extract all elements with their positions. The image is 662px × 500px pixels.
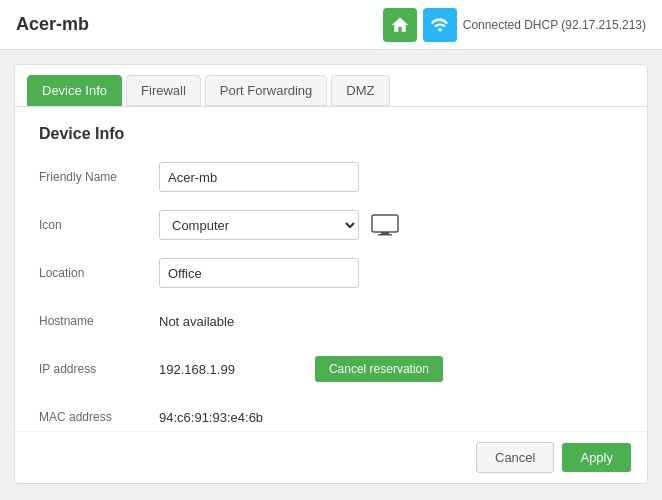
mac-row: MAC address 94:c6:91:93:e4:6b <box>39 401 623 431</box>
icon-label: Icon <box>39 218 159 232</box>
mac-value: 94:c6:91:93:e4:6b <box>159 410 263 425</box>
monitor-icon <box>371 214 399 236</box>
footer: Cancel Apply <box>15 431 647 483</box>
mac-label: MAC address <box>39 410 159 424</box>
tab-bar: Device Info Firewall Port Forwarding DMZ <box>15 65 647 107</box>
friendly-name-input[interactable] <box>159 162 359 192</box>
header: Acer-mb Connected DHCP (92.17.215.213) <box>0 0 662 50</box>
svg-rect-2 <box>378 234 392 236</box>
svg-rect-0 <box>372 215 398 232</box>
cancel-button[interactable]: Cancel <box>476 442 554 473</box>
tab-dmz[interactable]: DMZ <box>331 75 389 106</box>
wifi-icon <box>423 8 457 42</box>
ip-value: 192.168.1.99 <box>159 362 235 377</box>
location-label: Location <box>39 266 159 280</box>
icon-row: Icon Computer Smartphone Tablet Printer … <box>39 209 623 241</box>
main-panel: Device Info Firewall Port Forwarding DMZ… <box>14 64 648 484</box>
hostname-label: Hostname <box>39 314 159 328</box>
svg-rect-1 <box>381 232 389 234</box>
connection-status: Connected DHCP (92.17.215.213) <box>463 18 646 32</box>
icon-select[interactable]: Computer Smartphone Tablet Printer Route… <box>159 210 359 240</box>
status-area: Connected DHCP (92.17.215.213) <box>383 8 646 42</box>
tab-port-forwarding[interactable]: Port Forwarding <box>205 75 327 106</box>
friendly-name-label: Friendly Name <box>39 170 159 184</box>
friendly-name-row: Friendly Name <box>39 161 623 193</box>
location-row: Location <box>39 257 623 289</box>
ip-label: IP address <box>39 362 159 376</box>
location-input[interactable] <box>159 258 359 288</box>
content-area: Device Info Friendly Name Icon Computer … <box>15 107 647 431</box>
cancel-reservation-button[interactable]: Cancel reservation <box>315 356 443 382</box>
home-icon <box>383 8 417 42</box>
tab-device-info[interactable]: Device Info <box>27 75 122 106</box>
tab-firewall[interactable]: Firewall <box>126 75 201 106</box>
ip-row: IP address 192.168.1.99 Cancel reservati… <box>39 353 623 385</box>
hostname-value: Not available <box>159 314 234 329</box>
section-heading: Device Info <box>39 125 623 143</box>
apply-button[interactable]: Apply <box>562 443 631 472</box>
app-title: Acer-mb <box>16 14 89 35</box>
hostname-row: Hostname Not available <box>39 305 623 337</box>
